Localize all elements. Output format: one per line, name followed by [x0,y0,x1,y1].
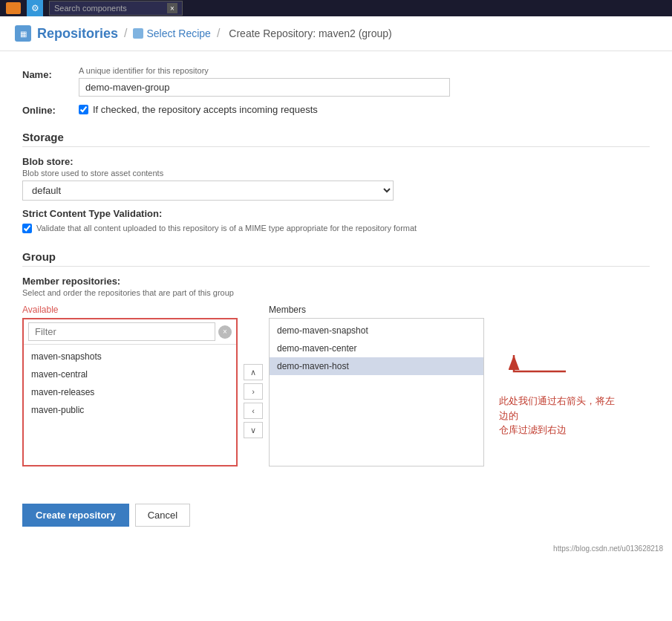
name-content: A unique identifier for this repository [79,66,650,97]
available-title: Available [22,305,238,315]
filter-clear-button[interactable]: × [218,325,232,339]
blob-store-hint: Blob store used to store asset contents [22,169,650,178]
members-list: demo-maven-snapshot demo-maven-center de… [270,319,483,378]
search-bar[interactable]: Search components × [49,1,183,16]
search-clear-button[interactable]: × [167,3,177,13]
gear-icon[interactable]: ⚙ [27,0,43,16]
name-label: Name: [22,66,67,80]
create-repository-button[interactable]: Create repository [22,504,129,527]
list-item[interactable]: maven-snapshots [24,348,236,365]
online-hint: If checked, the repository accepts incom… [93,104,318,115]
search-placeholder: Search components [54,4,127,13]
bottom-buttons: Create repository Cancel [0,489,672,542]
breadcrumb-sep1: / [124,27,127,40]
strict-row: Validate that all content uploaded to th… [22,224,650,235]
move-bottom-button[interactable]: ∨ [244,422,263,438]
main-container: ▦ Repositories / Select Recipe / Create … [0,16,672,621]
online-row: Online: If checked, the repository accep… [22,104,650,116]
online-checkbox[interactable] [79,105,88,114]
strict-hint: Validate that all content uploaded to th… [36,224,417,233]
member-repos-hint: Select and order the repositories that a… [22,288,650,297]
list-item[interactable]: demo-maven-center [270,339,483,357]
available-panel: Available × maven-snapshots maven-centra… [22,305,238,466]
list-item[interactable]: demo-maven-host [270,357,483,375]
select-recipe-label: Select Recipe [146,27,210,39]
filter-input[interactable] [28,322,215,341]
logo-icon [6,2,21,14]
list-item[interactable]: maven-central [24,365,236,383]
group-section-header: Group [22,250,650,267]
annotation-area: 此处我们通过右箭头，将左边的 仓库过滤到右边 [499,349,618,438]
blob-store-select[interactable]: default [22,181,394,201]
group-section: Group Member repositories: Select and or… [22,250,650,466]
strict-checkbox[interactable] [22,224,32,233]
available-box: × maven-snapshots maven-central maven-re… [22,318,238,466]
breadcrumb-current: Create Repository: maven2 (group) [226,27,391,39]
transfer-buttons: ∧ › ‹ ∨ [238,364,269,438]
annotation-text: 此处我们通过右箭头，将左边的 仓库过滤到右边 [499,394,618,438]
move-top-button[interactable]: ∧ [244,364,263,380]
breadcrumb-current-label: Create Repository: maven2 (group) [229,27,391,39]
footer-url: https://blog.csdn.net/u013628218 [0,542,672,556]
name-hint: A unique identifier for this repository [79,66,650,75]
move-left-button[interactable]: ‹ [244,403,263,419]
repo-icon: ▦ [15,25,31,42]
name-row: Name: A unique identifier for this repos… [22,66,650,97]
members-box: demo-maven-snapshot demo-maven-center de… [269,318,484,466]
online-checkbox-label: If checked, the repository accepts incom… [79,104,318,115]
breadcrumb: ▦ Repositories / Select Recipe / Create … [0,16,672,51]
transfer-row: Available × maven-snapshots maven-centra… [22,305,650,466]
form-area: Name: A unique identifier for this repos… [0,51,672,481]
filter-row: × [24,319,236,345]
list-item[interactable]: demo-maven-snapshot [270,322,483,339]
list-item[interactable]: maven-releases [24,383,236,401]
member-repos-label: Member repositories: [22,276,650,287]
storage-section-header: Storage [22,131,650,147]
strict-label: Strict Content Type Validation: [22,208,650,219]
arrow-icon [499,349,573,394]
online-label: Online: [22,104,67,116]
recipe-icon [133,28,143,39]
topbar: ⚙ Search components × [0,0,672,16]
members-title: Members [269,305,484,315]
available-list: maven-snapshots maven-central maven-rele… [24,345,236,422]
members-panel: Members demo-maven-snapshot demo-maven-c… [269,305,484,466]
breadcrumb-title: Repositories [37,26,118,42]
breadcrumb-sep2: / [217,27,220,40]
blob-store-label: Blob store: [22,156,650,167]
move-right-button[interactable]: › [244,383,263,400]
footer-url-text: https://blog.csdn.net/u013628218 [553,544,663,553]
cancel-button[interactable]: Cancel [135,504,190,527]
name-input[interactable] [79,78,450,97]
select-recipe-link[interactable]: Select Recipe [133,27,210,39]
list-item[interactable]: maven-public [24,401,236,419]
